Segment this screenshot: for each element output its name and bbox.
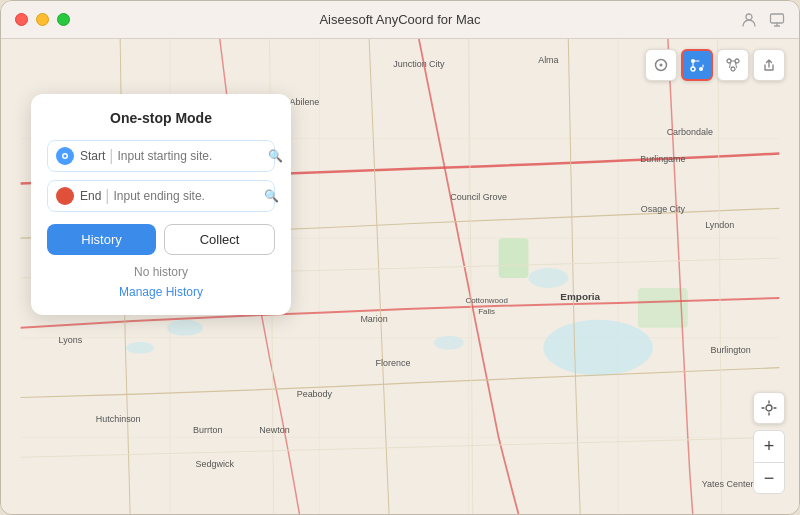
app-window: Aiseesoft AnyCoord for Mac bbox=[0, 0, 800, 515]
zoom-in-button[interactable]: + bbox=[753, 430, 785, 462]
zoom-controls: + − bbox=[753, 430, 785, 494]
svg-text:Alma: Alma bbox=[538, 55, 558, 65]
maximize-button[interactable] bbox=[57, 13, 70, 26]
app-title: Aiseesoft AnyCoord for Mac bbox=[319, 12, 480, 27]
svg-text:Carbondale: Carbondale bbox=[667, 127, 713, 137]
svg-text:Cottonwood: Cottonwood bbox=[465, 296, 507, 305]
export-button[interactable] bbox=[753, 49, 785, 81]
start-input-row: Start | 🔍 bbox=[47, 140, 275, 172]
svg-text:Newton: Newton bbox=[259, 425, 289, 435]
svg-point-12 bbox=[528, 268, 568, 288]
svg-text:Hutchinson: Hutchinson bbox=[96, 414, 141, 424]
collect-button[interactable]: Collect bbox=[164, 224, 275, 255]
svg-text:Yates Center: Yates Center bbox=[702, 479, 754, 489]
route-tool-button[interactable] bbox=[681, 49, 713, 81]
svg-text:Osage City: Osage City bbox=[641, 204, 686, 214]
one-stop-panel: One-stop Mode Start | 🔍 bbox=[31, 94, 291, 315]
svg-text:Council Grove: Council Grove bbox=[450, 192, 507, 202]
panel-title: One-stop Mode bbox=[47, 110, 275, 126]
svg-rect-1 bbox=[771, 14, 784, 23]
svg-text:Burrton: Burrton bbox=[193, 425, 222, 435]
start-icon bbox=[56, 147, 74, 165]
minimize-button[interactable] bbox=[36, 13, 49, 26]
svg-point-49 bbox=[766, 405, 772, 411]
svg-point-11 bbox=[543, 320, 653, 376]
svg-rect-16 bbox=[499, 238, 529, 278]
end-search-icon[interactable]: 🔍 bbox=[264, 189, 279, 203]
end-input[interactable] bbox=[114, 189, 264, 203]
tab-buttons: History Collect bbox=[47, 224, 275, 255]
no-history-text: No history bbox=[47, 265, 275, 279]
start-input[interactable] bbox=[118, 149, 268, 163]
svg-text:Falls: Falls bbox=[478, 307, 495, 316]
svg-text:Sedgwick: Sedgwick bbox=[196, 459, 235, 469]
start-label: Start bbox=[80, 149, 105, 163]
svg-point-48 bbox=[731, 67, 735, 71]
svg-text:Burlington: Burlington bbox=[710, 345, 750, 355]
svg-point-53 bbox=[64, 192, 66, 194]
end-input-row: End | 🔍 bbox=[47, 180, 275, 212]
end-label: End bbox=[80, 189, 101, 203]
svg-text:Peabody: Peabody bbox=[297, 389, 333, 399]
svg-point-42 bbox=[660, 64, 663, 67]
svg-text:Lyons: Lyons bbox=[59, 335, 83, 345]
traffic-lights bbox=[15, 13, 70, 26]
manage-history-link[interactable]: Manage History bbox=[47, 285, 275, 299]
end-icon bbox=[56, 187, 74, 205]
svg-text:Marion: Marion bbox=[360, 314, 387, 324]
user-icon[interactable] bbox=[741, 12, 757, 28]
monitor-icon[interactable] bbox=[769, 12, 785, 28]
svg-text:Burlingame: Burlingame bbox=[640, 154, 685, 164]
history-button[interactable]: History bbox=[47, 224, 156, 255]
svg-text:Florence: Florence bbox=[376, 358, 411, 368]
svg-point-44 bbox=[699, 67, 703, 71]
titlebar-actions bbox=[741, 12, 785, 28]
location-button[interactable] bbox=[753, 392, 785, 424]
svg-text:Junction City: Junction City bbox=[393, 59, 445, 69]
svg-text:Emporia: Emporia bbox=[560, 291, 600, 302]
svg-point-13 bbox=[167, 320, 203, 336]
svg-text:Abilene: Abilene bbox=[289, 97, 319, 107]
multi-stop-button[interactable] bbox=[717, 49, 749, 81]
svg-point-51 bbox=[64, 155, 67, 158]
map-container[interactable]: Junction City Alma Abilene Carbondale Bu… bbox=[1, 39, 799, 514]
start-search-icon[interactable]: 🔍 bbox=[268, 149, 283, 163]
svg-text:Lyndon: Lyndon bbox=[705, 220, 734, 230]
svg-point-14 bbox=[126, 342, 154, 354]
titlebar: Aiseesoft AnyCoord for Mac bbox=[1, 1, 799, 39]
svg-point-52 bbox=[62, 195, 68, 201]
svg-point-15 bbox=[434, 336, 464, 350]
svg-point-0 bbox=[746, 14, 752, 20]
map-toolbar bbox=[645, 49, 785, 81]
zoom-out-button[interactable]: − bbox=[753, 462, 785, 494]
pin-tool-button[interactable] bbox=[645, 49, 677, 81]
close-button[interactable] bbox=[15, 13, 28, 26]
